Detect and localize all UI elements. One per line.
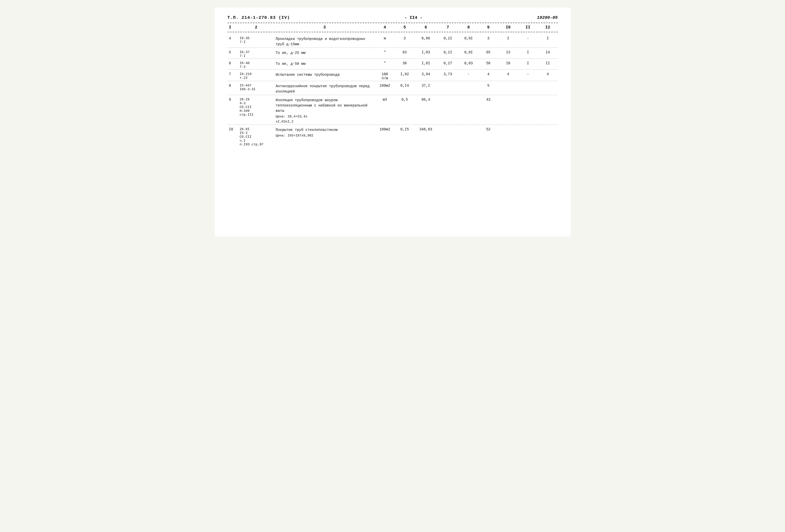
cell-c12: I4: [538, 48, 558, 59]
cell-unit: м3: [375, 95, 395, 125]
cell-unit: ": [375, 59, 395, 70]
cell-desc-note: Цена: I65+I87х0,982: [276, 133, 374, 138]
cell-c11: -: [518, 34, 538, 48]
cell-c7: 0,27: [437, 59, 459, 70]
cell-unit: 100м2: [375, 81, 395, 95]
col-header-6: 6: [414, 25, 437, 30]
table-row: 6I6-40 7-2То же, д-50 мм"36I,6I0,270,035…: [227, 59, 558, 70]
cell-desc: То же, д-25 мм: [274, 48, 375, 59]
col-header-4: 4: [375, 25, 395, 30]
cell-code: I6-219 т.22: [238, 70, 274, 81]
cell-c8: 0,0I: [459, 34, 479, 48]
cell-c9: 5: [479, 81, 498, 95]
cell-c10: I3: [498, 48, 518, 59]
cell-c9: 3: [479, 34, 498, 48]
cell-qty: 36: [395, 59, 414, 70]
cell-qty: 3: [395, 34, 414, 48]
cell-num: 6: [227, 59, 238, 70]
cell-unit: 100м2: [375, 125, 395, 147]
table-row: 7I6-219 т.22Испытание системы трубопрово…: [227, 70, 558, 81]
cell-c10: [498, 125, 518, 147]
cell-c8: [459, 125, 479, 147]
top-separator: [227, 23, 558, 23]
cell-code: I6-35 7-I: [238, 34, 274, 48]
cell-code: I5-647 I66-3-3I: [238, 81, 274, 95]
cell-desc: Покрытие труб стеклопластикомЦена: I65+I…: [274, 125, 375, 147]
col-header-2: 2: [238, 25, 274, 30]
cell-c8: 0,03: [459, 59, 479, 70]
cell-c11: -: [518, 70, 538, 81]
table-row: 8I5-647 I66-3-3IАнтикоррозийное покрытие…: [227, 81, 558, 95]
cell-c6: 37,I: [414, 81, 437, 95]
col-header-11: II: [518, 25, 538, 30]
header-divider-row: [227, 30, 558, 34]
cell-qty: 0,I4: [395, 81, 414, 95]
table-row: 926-I6 4-3 Сб.СII Н:349 стр.IIIИзоляция …: [227, 95, 558, 125]
header-center: - II4 -: [404, 15, 422, 20]
cell-qty: 63: [395, 48, 414, 59]
cell-c11: I: [518, 59, 538, 70]
cell-c10: [498, 81, 518, 95]
cell-c9: 4: [479, 70, 498, 81]
page: Т.П. 214-1-270.83 (IV) - II4 - 19200-05 …: [215, 8, 571, 236]
col-header-9: 9: [479, 25, 498, 30]
column-headers: I 2 3 4 5 6 7 8 9 I0 II I2: [227, 25, 558, 30]
cell-unit: 100 п/м: [375, 70, 395, 81]
table-row: I026-8I I5-2 Сб.СII ч.I п.I93 стр.97Покр…: [227, 125, 558, 147]
col-header-5: 5: [395, 25, 414, 30]
table-row: 4I6-35 7-IПрокладка трубопровода и водог…: [227, 34, 558, 48]
cell-c6: 0,86: [414, 34, 437, 48]
cell-num: 8: [227, 81, 238, 95]
cell-num: 5: [227, 48, 238, 59]
cell-c9: 52: [479, 125, 498, 147]
header-right: 19200-05: [537, 15, 558, 20]
cell-unit: м: [375, 34, 395, 48]
cell-desc: Антикоррозийное покрытие трубопроводов п…: [274, 81, 375, 95]
cell-c8: [459, 81, 479, 95]
col-header-8: 8: [459, 25, 479, 30]
cell-desc: Испытание системы трубопровода: [274, 70, 375, 81]
col-header-7: 7: [437, 25, 459, 30]
cell-c9: 65: [479, 48, 498, 59]
cell-c12: II: [538, 59, 558, 70]
cell-qty: 0,5: [395, 95, 414, 125]
cell-desc: Прокладка трубопровода и водогазопроводн…: [274, 34, 375, 48]
col-header-12: I2: [538, 25, 558, 30]
cell-c12: I: [538, 34, 558, 48]
cell-c10: I0: [498, 59, 518, 70]
cell-desc: То же, д-50 мм: [274, 59, 375, 70]
cell-code: 26-8I I5-2 Сб.СII ч.I п.I93 стр.97: [238, 125, 274, 147]
cell-c6: 348,63: [414, 125, 437, 147]
cell-c10: 4: [498, 70, 518, 81]
cell-c12: [538, 125, 558, 147]
cell-c12: 4: [538, 70, 558, 81]
col-header-3: 3: [274, 25, 375, 30]
cell-c7: [437, 95, 459, 125]
cell-num: 4: [227, 34, 238, 48]
cell-desc-note: Цена: 20,4+53,4х хI,03хI,2: [276, 114, 374, 124]
cell-c10: [498, 95, 518, 125]
cell-c9: 43: [479, 95, 498, 125]
header-bottom-separator: [227, 32, 558, 32]
cell-c6: I,6I: [414, 59, 437, 70]
cell-c11: I: [518, 48, 538, 59]
col-header-10: I0: [498, 25, 518, 30]
cell-c11: [518, 95, 538, 125]
cell-c7: 3,73: [437, 70, 459, 81]
cell-unit: ": [375, 48, 395, 59]
cell-qty: 0,I5: [395, 125, 414, 147]
cell-code: 26-I6 4-3 Сб.СII Н:349 стр.III: [238, 95, 274, 125]
cell-num: I0: [227, 125, 238, 147]
cell-c11: [518, 125, 538, 147]
cell-c7: 0,2I: [437, 34, 459, 48]
cell-c10: I: [498, 34, 518, 48]
cell-c8: -: [459, 70, 479, 81]
cell-code: I6-37 7-I: [238, 48, 274, 59]
cell-desc: Изоляция трубопроводов шнуром теплоизоля…: [274, 95, 375, 125]
cell-qty: I,02: [395, 70, 414, 81]
cell-c12: [538, 81, 558, 95]
main-table: I 2 3 4 5 6 7 8 9 I0 II I2 4I6-35 7-IПро…: [227, 25, 558, 147]
cell-c8: [459, 95, 479, 125]
cell-c6: 86,4: [414, 95, 437, 125]
header-title: Т.П. 214-1-270.83 (IV): [227, 15, 290, 20]
